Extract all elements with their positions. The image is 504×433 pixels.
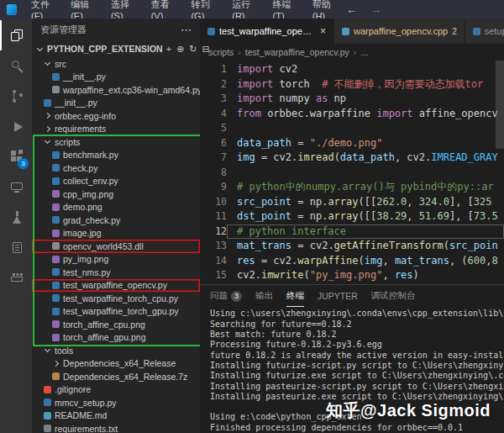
file-label: src [55,59,66,69]
activity-remote-button[interactable] [0,172,32,202]
tree-item-Dependencies_x64_Release[interactable]: Dependencies_x64_Release [32,357,200,371]
archive-file-icon [52,372,60,380]
image-file-icon [52,320,60,328]
file-label: benchmark.py [63,150,118,160]
tree-item-test_warpaffine_opencv.py[interactable]: test_warpaffine_opencv.py [32,279,200,293]
activity-search-button[interactable] [0,50,32,81]
close-icon[interactable]: × [320,25,326,37]
tree-item-check.py[interactable]: check.py [32,161,200,175]
code-line-10: 10src_point = np.array([[262.0, 324.0], … [200,195,504,210]
code-editor[interactable]: 1import cv22import torch # 不能删掉，因为需要动态加载… [200,61,504,284]
docker-icon [10,271,24,285]
panel-tab-输出[interactable]: 输出 [255,285,273,307]
file-label: README.md [55,410,107,420]
tab-warpaffine_opencv.cpp[interactable]: warpaffine_opencv.cpp2 [334,18,465,44]
breadcrumb: scripts›test_warpaffine_opencv.py›... [200,44,504,61]
python-file-icon [207,28,215,35]
file-label: opencv_world453.dll [63,241,144,251]
line-number: 13 [200,239,227,254]
breadcrumb-item[interactable]: scripts [208,47,234,57]
tree-item-benchmark.py[interactable]: benchmark.py [32,149,200,162]
explorer-icon [10,29,24,43]
tree-item-Dependencies_x64_Release.7z[interactable]: Dependencies_x64_Release.7z [32,370,200,383]
editor-scrollbar[interactable] [496,61,504,149]
line-content: import cv2 [227,62,504,77]
line-content: from orbbec.warpaffine import affine_ope… [227,107,504,122]
line-number: 14 [200,254,227,269]
tab-setup.py[interactable]: setup.py [465,18,504,44]
image-file-icon [52,256,60,263]
breadcrumb-item[interactable]: test_warpaffine_opencv.py [245,47,349,57]
tree-item-image.jpg[interactable]: image.jpg [32,227,200,240]
tree-item-torch_affine_gpu.png[interactable]: torch_affine_gpu.png [32,331,200,345]
panel-tab-问题[interactable]: 问题3 [210,285,242,307]
git-file-icon [44,386,51,393]
tab-test_warpaffine_opencv.py[interactable]: test_warpaffine_opencv.py× [200,18,334,44]
activity-test-button[interactable] [0,202,32,232]
activity-explorer-button[interactable] [0,20,32,50]
python-file-icon [52,73,60,81]
activity-ext-button[interactable]: 3 [0,141,32,172]
line-content: # python interface [227,224,504,240]
tree-item-__init__.py[interactable]: __init__.py [32,97,200,110]
new-file-icon[interactable]: + [166,44,171,55]
tree-item-grad_check.py[interactable]: grad_check.py [32,214,200,227]
file-label: test_warpaffine_torch_gpu.py [63,306,179,316]
refresh-icon[interactable]: ↻ [189,44,197,55]
collapse-all-icon[interactable]: ⊟ [202,44,210,55]
tree-item-scripts[interactable]: scripts [32,135,200,149]
panel-tab-label: 调试控制台 [371,290,416,302]
line-number: 3 [200,92,227,107]
activity-debug-button[interactable] [0,111,32,141]
tree-item-test_warpaffine_torch_gpu.py[interactable]: test_warpaffine_torch_gpu.py [32,305,200,319]
code-lines: 1import cv22import torch # 不能删掉，因为需要动态加载… [200,62,504,283]
tree-item-orbbec.egg-info[interactable]: orbbec.egg-info [32,109,200,123]
tree-item-warpaffine_ext.cp36-win_amd64.pyd[interactable]: warpaffine_ext.cp36-win_amd64.pyd [32,83,200,97]
line-number: 5 [200,121,227,136]
tree-item-README.md[interactable]: README.md [32,409,200,423]
new-folder-icon[interactable]: ⊕ [176,44,184,55]
project-section-header[interactable]: PYTHON_CPP_EXTENSION +⊕↻⊟ [32,40,200,57]
tree-item-demo.png[interactable]: demo.png [32,201,200,214]
remote-icon [10,180,24,194]
history-nav: ← → [346,4,381,15]
more-actions-icon[interactable]: ⋯ [181,24,192,36]
file-label: collect_env.py [63,176,118,186]
python-file-icon [52,216,60,224]
tree-item-opencv_world453.dll[interactable]: opencv_world453.dll [32,240,200,253]
tree-item-tools[interactable]: tools [32,344,200,357]
panel-tab-调试控制台[interactable]: 调试控制台 [371,285,416,307]
tree-item-__init__.py[interactable]: __init__.py [32,71,200,84]
breadcrumb-item[interactable]: ... [360,47,368,57]
nav-forward-button[interactable]: → [370,4,381,15]
tree-item-mmcv_setup.py[interactable]: mmcv_setup.py [32,396,200,409]
tree-item-requirements.txt[interactable]: requirements.txt [32,422,200,433]
file-label: Dependencies_x64_Release [63,358,176,368]
file-label: .gitignore [55,384,91,394]
panel-tab-终端[interactable]: 终端 [286,285,304,307]
file-label: torch_affine_gpu.png [63,332,145,342]
line-number: 12 [200,224,227,240]
line-number: 8 [200,166,227,181]
terminal-line: Using c:\users\zhengxinying\.conda\envs\… [210,309,504,319]
activity-docker-button[interactable] [0,262,32,293]
activity-notebook-button[interactable] [0,232,32,262]
tree-item-torch_affine_cpu.png[interactable]: torch_affine_cpu.png [32,318,200,331]
nav-back-button[interactable]: ← [346,4,357,15]
code-line-8: 8 [200,166,504,181]
tree-item-py_img.png[interactable]: py_img.png [32,253,200,267]
tree-item-.gitignore[interactable]: .gitignore [32,383,200,397]
file-label: cpp_img.png [63,189,113,199]
code-line-2: 2import torch # 不能删掉，因为需要动态加载tor [200,77,504,92]
panel-tab-JUPYTER[interactable]: JUPYTER [318,285,358,307]
tree-item-src[interactable]: src [32,57,200,71]
tree-item-test_warpaffine_torch_cpu.py[interactable]: test_warpaffine_torch_cpu.py [32,292,200,305]
file-label: orbbec.egg-info [55,111,116,121]
tree-item-requirements[interactable]: requirements [32,123,200,136]
tree-item-collect_env.py[interactable]: collect_env.py [32,175,200,188]
activity-git-button[interactable] [0,81,32,111]
tree-item-cpp_img.png[interactable]: cpp_img.png [32,187,200,201]
search-icon [10,59,24,73]
project-name: PYTHON_CPP_EXTENSION [47,44,163,54]
tree-item-test_nms.py[interactable]: test_nms.py [32,266,200,279]
